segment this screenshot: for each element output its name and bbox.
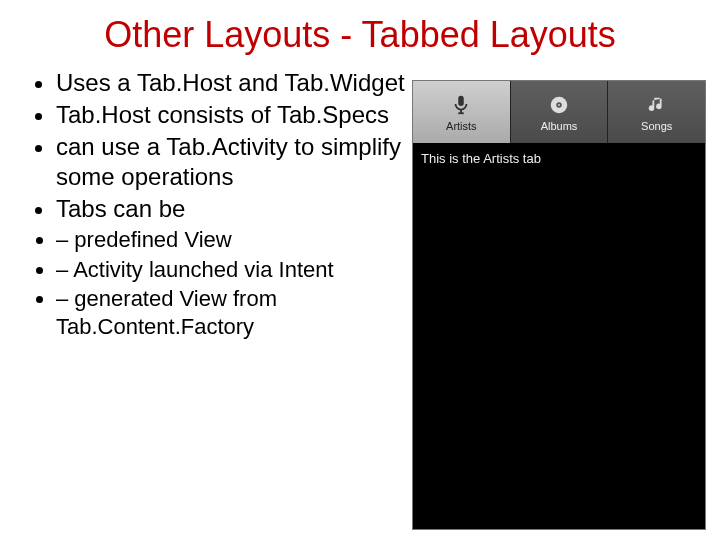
slide-title: Other Layouts - Tabbed Layouts [0,14,720,56]
bullet-item: Tabs can be [56,194,410,224]
svg-rect-0 [459,96,465,106]
mic-icon [448,92,474,118]
tab-label: Artists [446,120,477,132]
sub-bullet-item: generated View from Tab.Content.Factory [56,285,410,340]
tab-albums[interactable]: Albums [510,81,608,143]
bullet-item: Tab.Host consists of Tab.Specs [56,100,410,130]
bullet-item: can use a Tab.Activity to simplify some … [56,132,410,192]
tab-content-text: This is the Artists tab [421,151,541,166]
sub-bullet-item: Activity launched via Intent [56,256,410,284]
phone-screenshot: Artists Albums Songs This is the Artists… [412,80,706,530]
svg-point-5 [558,104,560,106]
sub-bullet-item: predefined View [56,226,410,254]
bullet-item: Uses a Tab.Host and Tab.Widget [56,68,410,98]
tab-label: Songs [641,120,672,132]
tab-bar: Artists Albums Songs [413,81,705,143]
tab-artists[interactable]: Artists [413,81,510,143]
text-column: Uses a Tab.Host and Tab.Widget Tab.Host … [30,68,410,342]
tab-songs[interactable]: Songs [607,81,705,143]
bullet-list: Uses a Tab.Host and Tab.Widget Tab.Host … [30,68,410,224]
tab-content: This is the Artists tab [413,143,705,529]
album-icon [546,92,572,118]
sub-bullet-list: predefined View Activity launched via In… [30,226,410,340]
note-icon [644,92,670,118]
tab-label: Albums [541,120,578,132]
